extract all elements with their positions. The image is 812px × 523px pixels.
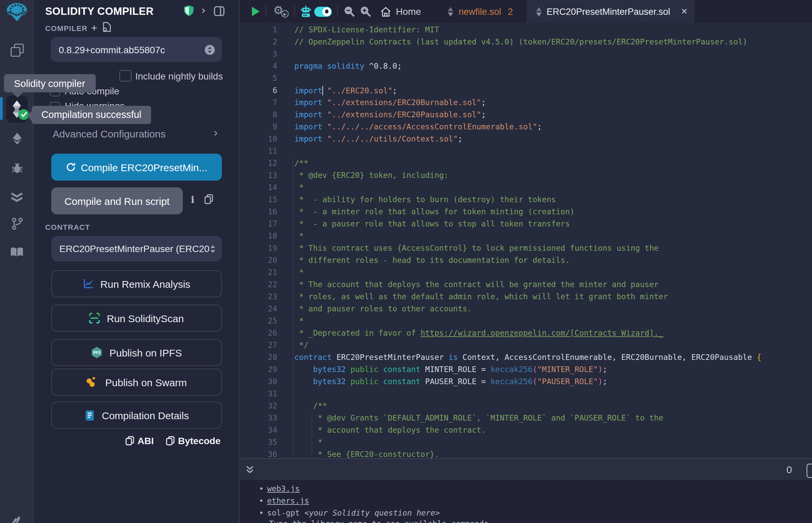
git-branch-icon[interactable] (0, 217, 34, 231)
code-line: pragma solidity ^0.8.0; (294, 60, 761, 72)
code-editor[interactable]: 1234567891011121314151617181920212223242… (240, 23, 812, 458)
zoom-out-icon[interactable] (343, 5, 355, 18)
collapse-chevron-icon[interactable]: › (202, 4, 205, 16)
terminal-footer-hint: Type the library name to see available c… (269, 519, 493, 523)
terminal-entry: •sol-gpt <your Solidity question here> (240, 507, 812, 519)
code-line: import "../ERC20.sol"; (294, 84, 761, 96)
code-line: * - a minter role that allows for token … (294, 205, 761, 218)
remix-logo-icon[interactable] (0, 3, 34, 22)
terminal-listen-count: 0 (787, 464, 792, 475)
ai-copilot-toggle[interactable] (314, 6, 332, 17)
bottom-partial-icon[interactable] (0, 516, 34, 523)
file-explorer-icon[interactable] (0, 43, 34, 57)
info-icon[interactable]: i (191, 194, 195, 205)
advanced-configurations[interactable]: Advanced Configurations (53, 128, 165, 140)
tab-active-file[interactable]: ERC20PresetMinterPauser.sol✕ (526, 0, 694, 23)
advanced-chevron-icon[interactable]: › (214, 126, 217, 140)
tab-modified-file[interactable]: newfile.sol2 (440, 0, 526, 23)
remix-ide-window: SOLIDITY COMPILER › COMPILER + 0.8.29+co… (0, 0, 812, 523)
code-line: * different roles - head to its document… (294, 254, 761, 266)
include-nightly-checkbox[interactable] (119, 70, 131, 81)
publish-on-ipfs-button[interactable]: IPFSPublish on IPFS (51, 339, 222, 366)
code-line: * (294, 230, 761, 242)
compiler-settings-gear-icon[interactable]: ⚙ ▶ (273, 3, 284, 17)
code-content: // SPDX-License-Identifier: MIT// OpenZe… (294, 23, 761, 458)
unsaved-changes-badge: 2 (508, 6, 513, 17)
tab-home[interactable]: Home (381, 0, 421, 23)
details-document-icon (84, 410, 95, 421)
compiler-section-label: COMPILER (45, 24, 88, 32)
terminal-clipped-control[interactable] (807, 464, 812, 478)
compile-button[interactable]: Compile ERC20PresetMin... (51, 154, 222, 181)
copy-script-icon[interactable] (204, 194, 213, 204)
contract-value: ERC20PresetMinterPauser (ERC20 (51, 243, 209, 254)
action-buttons: Run Remix AnalysisRun SolidityScanIPFSPu… (51, 270, 222, 432)
code-line: * roles, as well as the default admin ro… (294, 290, 761, 303)
run-solidityscan-button[interactable]: Run SolidityScan (51, 305, 222, 331)
code-line: * See {ERC20-constructor}. (294, 448, 761, 458)
code-line: */ (294, 339, 761, 351)
file-badge-icon[interactable] (102, 22, 111, 32)
shield-icon (184, 5, 194, 16)
code-line: /** (294, 157, 761, 169)
terminal-entry: •ethers.js (240, 495, 812, 507)
code-line: * and pauser roles to other accounts. (294, 303, 761, 315)
home-icon (381, 6, 391, 17)
deploy-run-icon[interactable] (0, 132, 34, 145)
code-line (294, 145, 761, 157)
plugin-book-icon[interactable] (0, 247, 34, 258)
contract-select[interactable]: ERC20PresetMinterPauser (ERC20 (51, 236, 222, 262)
code-line: import "../extensions/ERC20Pausable.sol"… (294, 109, 761, 121)
expand-terminal-chevrons-icon[interactable] (246, 465, 254, 474)
solidity-file-icon (447, 6, 454, 17)
analysis-chart-icon (83, 278, 94, 289)
terminal-output[interactable]: •web3.js•ethers.js•sol-gpt <your Solidit… (240, 480, 812, 523)
static-analysis-icon[interactable] (0, 192, 34, 203)
solidityscan-icon (89, 313, 100, 324)
code-line: * (294, 181, 761, 194)
add-compiler-icon[interactable]: + (91, 22, 98, 34)
code-line: import "../../../utils/Context.sol"; (294, 133, 761, 145)
code-line: * The account that deploys the contract … (294, 278, 761, 290)
run-remix-analysis-button[interactable]: Run Remix Analysis (51, 270, 222, 297)
code-line (294, 48, 761, 60)
publish-on-swarm-button[interactable]: Publish on Swarm (51, 369, 222, 396)
copy-icon (125, 436, 134, 446)
terminal-link[interactable]: web3.js (267, 484, 300, 493)
copy-bytecode-button[interactable]: Bytecode (166, 435, 220, 446)
solidity-file-icon (535, 6, 542, 17)
terminal-link[interactable]: ethers.js (267, 496, 309, 505)
remix-ai-robot-icon[interactable] (300, 5, 312, 18)
code-line: * This contract uses {AccessControl} to … (294, 242, 761, 254)
editor-toolbar: ⚙ ▶ (240, 0, 812, 23)
file-tabs: newfile.sol2ERC20PresetMinterPauser.sol✕ (440, 0, 694, 23)
close-tab-icon[interactable]: ✕ (681, 7, 688, 16)
text-cursor (322, 86, 323, 95)
code-line (294, 72, 761, 84)
copy-abi-button[interactable]: ABI (125, 435, 154, 446)
terminal-header-bar[interactable]: 0 (240, 458, 812, 480)
panel-layout-icon[interactable] (214, 6, 225, 16)
code-line: bytes32 public constant MINTER_ROLE = ke… (294, 363, 761, 375)
code-line: contract ERC20PresetMinterPauser is Cont… (294, 351, 761, 363)
line-number-gutter: 1234567891011121314151617181920212223242… (240, 23, 277, 458)
refresh-icon (66, 162, 75, 172)
code-line: * - a pauser role that allows to stop al… (294, 218, 761, 230)
compile-and-run-button[interactable]: Compile and Run script (51, 187, 183, 214)
select-spinner-icon (204, 44, 215, 55)
terminal-entry: •web3.js (240, 483, 812, 495)
code-line: import "../extensions/ERC20Burnable.sol"… (294, 96, 761, 109)
zoom-in-icon[interactable] (359, 5, 372, 18)
code-line: * (294, 315, 761, 327)
contract-section-label: CONTRACT (45, 223, 90, 231)
compilation-details-button[interactable]: Compilation Details (51, 402, 222, 429)
contract-select-arrows-icon (210, 245, 216, 253)
debugger-bug-icon[interactable] (0, 162, 34, 175)
compiler-version-select[interactable]: 0.8.29+commit.ab55807c (51, 37, 222, 62)
indent-guide (293, 157, 293, 458)
run-script-play-icon[interactable] (251, 6, 260, 17)
code-line: // OpenZeppelin Contracts (last updated … (294, 36, 761, 48)
abi-bytecode-row: ABI Bytecode (51, 435, 222, 446)
code-line: * account that deploys the contract. (294, 424, 761, 436)
code-line: * @dev {ERC20} token, including: (294, 169, 761, 181)
